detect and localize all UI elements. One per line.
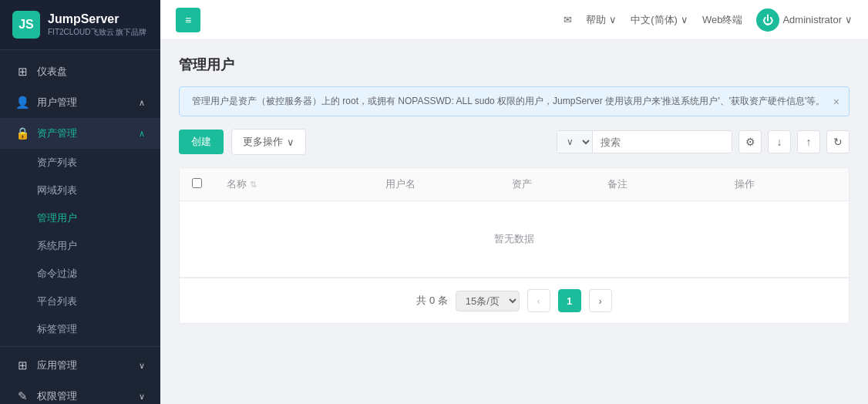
- next-icon: ›: [599, 295, 602, 307]
- settings-button[interactable]: ⚙: [738, 130, 762, 153]
- sidebar-sub-label: 命令过滤: [37, 268, 77, 279]
- sidebar-item-label-mgmt[interactable]: 标签管理: [0, 315, 160, 343]
- mail-icon: ✉: [564, 14, 572, 25]
- page-title: 管理用户: [179, 56, 849, 74]
- header: ≡ ✉ 帮助 ∨ 中文(简体) ∨ Web终端 ⏻ Administrato: [160, 0, 868, 40]
- header-actions: ✉ 帮助 ∨ 中文(简体) ∨ Web终端 ⏻ Administrator ∨: [564, 8, 853, 32]
- sidebar-item-perm-mgmt[interactable]: ✎ 权限管理 ∨: [0, 381, 160, 404]
- page-size-select[interactable]: 15条/页30条/页50条/页: [456, 291, 520, 311]
- select-all-header: [180, 168, 214, 201]
- download-icon: ↓: [777, 136, 782, 148]
- nav-divider: [0, 346, 160, 347]
- name-col-label: 名称: [227, 177, 247, 191]
- export-button[interactable]: ↓: [768, 130, 791, 153]
- main-area: ≡ ✉ 帮助 ∨ 中文(简体) ∨ Web终端 ⏻ Administrato: [160, 0, 868, 404]
- sort-icon: ⇅: [250, 180, 257, 190]
- search-type-select[interactable]: ∨: [557, 131, 593, 153]
- logo-icon: JS: [12, 11, 40, 39]
- chevron-down-icon: ∨: [845, 14, 853, 25]
- col-header-assets: 资产: [500, 168, 595, 201]
- sidebar-item-label: 权限管理: [37, 389, 77, 403]
- sidebar-sub-label: 系统用户: [37, 240, 77, 251]
- import-button[interactable]: ↑: [797, 130, 820, 153]
- sidebar-item-label: 应用管理: [37, 359, 77, 372]
- app-mgmt-icon: ⊞: [15, 359, 29, 372]
- refresh-button[interactable]: ↻: [826, 130, 849, 153]
- create-button[interactable]: 创建: [179, 130, 224, 154]
- sidebar-sub-label: 管理用户: [37, 212, 77, 224]
- sidebar-item-label: 资产管理: [37, 126, 77, 140]
- toolbar: 创建 更多操作 ∨ ∨ ⚙ ↓ ↑: [179, 129, 849, 155]
- refresh-icon: ↻: [833, 136, 843, 148]
- sidebar-item-label: 仪表盘: [37, 65, 67, 79]
- prev-icon: ‹: [537, 295, 540, 307]
- name-sort-button[interactable]: 名称 ⇅: [227, 177, 361, 191]
- sidebar-toggle-button[interactable]: ≡: [176, 8, 200, 32]
- main-content: 管理用户 管理用户是资产（被控服务器）上的 root，或拥有 NOPASSWD:…: [160, 40, 868, 404]
- sidebar-item-user-mgmt[interactable]: 👤 用户管理 ∧: [0, 87, 160, 118]
- sidebar: JS JumpServer FIT2CLOUD飞致云 旗下品牌 ⊞ 仪表盘 👤 …: [0, 0, 160, 404]
- search-input[interactable]: [593, 132, 732, 153]
- settings-icon: ⚙: [745, 136, 755, 148]
- notes-col-label: 备注: [607, 178, 627, 190]
- menu-icon: ≡: [185, 14, 191, 26]
- user-avatar: ⏻: [756, 8, 779, 32]
- logo-subtitle: FIT2CLOUD飞致云 旗下品牌: [48, 27, 146, 38]
- perm-mgmt-icon: ✎: [15, 389, 29, 403]
- chevron-down-icon: ∨: [681, 14, 688, 25]
- sidebar-item-cmd-filter[interactable]: 命令过滤: [0, 260, 160, 288]
- empty-row: 暂无数据: [180, 201, 849, 278]
- pagination: 共 0 条 15条/页30条/页50条/页 ‹ 1 ›: [180, 278, 849, 323]
- table-header-row: 名称 ⇅ 用户名 资产 备注: [180, 168, 849, 201]
- help-label: 帮助: [586, 13, 606, 27]
- more-actions-label: 更多操作: [243, 135, 283, 149]
- user-mgmt-icon: 👤: [15, 96, 29, 109]
- col-header-username: 用户名: [373, 168, 500, 201]
- sidebar-item-app-mgmt[interactable]: ⊞ 应用管理 ∨: [0, 350, 160, 381]
- chevron-down-icon: ∨: [139, 392, 145, 402]
- alert-close-button[interactable]: ×: [833, 96, 839, 108]
- alert-text: 管理用户是资产（被控服务器）上的 root，或拥有 NOPASSWD: ALL …: [192, 95, 825, 108]
- sidebar-item-system-user[interactable]: 系统用户: [0, 232, 160, 260]
- help-dropdown[interactable]: 帮助 ∨: [586, 13, 617, 27]
- chevron-up-icon: ∧: [139, 98, 145, 108]
- sidebar-sub-label: 平台列表: [37, 295, 77, 307]
- chevron-down-icon: ∨: [287, 136, 294, 148]
- current-page[interactable]: 1: [558, 289, 581, 312]
- sidebar-item-dashboard[interactable]: ⊞ 仪表盘: [0, 56, 160, 87]
- chevron-up-icon: ∧: [139, 129, 145, 139]
- assets-col-label: 资产: [512, 178, 532, 190]
- web-terminal-link[interactable]: Web终端: [702, 13, 743, 27]
- table-body: 暂无数据: [180, 201, 849, 278]
- prev-page-button[interactable]: ‹: [527, 289, 550, 312]
- sidebar-item-asset-list[interactable]: 资产列表: [0, 149, 160, 177]
- sidebar-item-admin-user[interactable]: 管理用户: [0, 204, 160, 232]
- sidebar-logo: JS JumpServer FIT2CLOUD飞致云 旗下品牌: [0, 0, 160, 50]
- col-header-name: 名称 ⇅: [214, 168, 373, 201]
- sidebar-sub-label: 网域列表: [37, 184, 77, 196]
- dashboard-icon: ⊞: [15, 65, 29, 79]
- sidebar-sub-label: 标签管理: [37, 323, 77, 335]
- data-table: 名称 ⇅ 用户名 资产 备注: [180, 168, 849, 278]
- chevron-down-icon: ∨: [139, 361, 145, 371]
- info-alert: 管理用户是资产（被控服务器）上的 root，或拥有 NOPASSWD: ALL …: [179, 86, 849, 116]
- web-terminal-label: Web终端: [702, 13, 743, 27]
- sidebar-sub-label: 资产列表: [37, 157, 77, 168]
- sidebar-item-label: 用户管理: [37, 96, 77, 109]
- power-icon: ⏻: [762, 14, 773, 26]
- sidebar-item-asset-mgmt[interactable]: 🔒 资产管理 ∧: [0, 118, 160, 149]
- upload-icon: ↑: [806, 136, 812, 148]
- user-menu[interactable]: ⏻ Administrator ∨: [756, 8, 853, 32]
- more-actions-button[interactable]: 更多操作 ∨: [231, 129, 306, 155]
- sidebar-item-domain-list[interactable]: 网域列表: [0, 177, 160, 204]
- username-label: Administrator: [782, 14, 842, 25]
- col-header-notes: 备注: [595, 168, 722, 201]
- mail-button[interactable]: ✉: [564, 14, 572, 25]
- lang-dropdown[interactable]: 中文(简体) ∨: [631, 13, 688, 27]
- next-page-button[interactable]: ›: [589, 289, 612, 312]
- empty-text: 暂无数据: [180, 201, 849, 278]
- total-count: 共 0 条: [416, 294, 447, 308]
- data-table-container: 名称 ⇅ 用户名 资产 备注: [179, 167, 849, 324]
- select-all-checkbox[interactable]: [192, 178, 202, 188]
- sidebar-item-platform-list[interactable]: 平台列表: [0, 288, 160, 315]
